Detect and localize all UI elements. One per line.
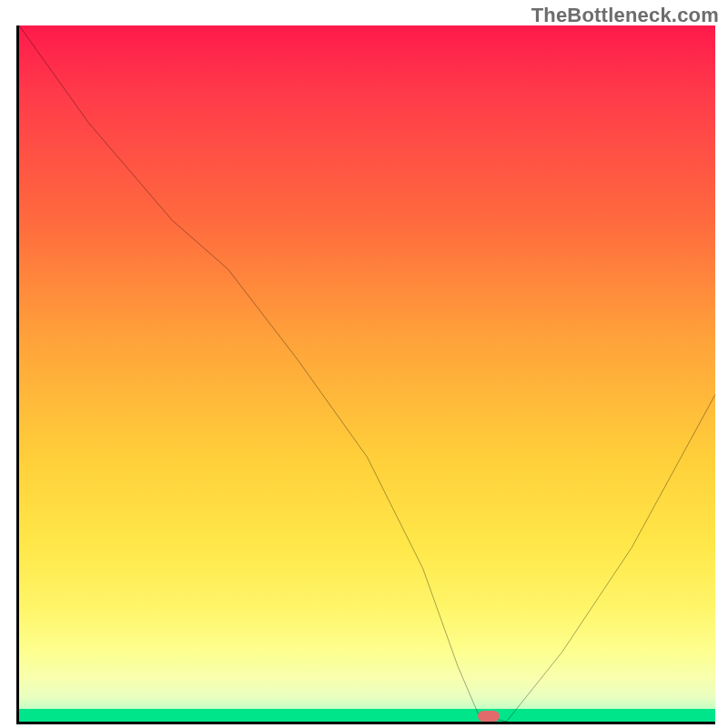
chart-stage: TheBottleneck.com [0,0,728,728]
bottleneck-curve [19,25,715,722]
plot-area [16,25,715,724]
optimal-point-marker [478,711,500,722]
watermark-text: TheBottleneck.com [531,4,719,27]
